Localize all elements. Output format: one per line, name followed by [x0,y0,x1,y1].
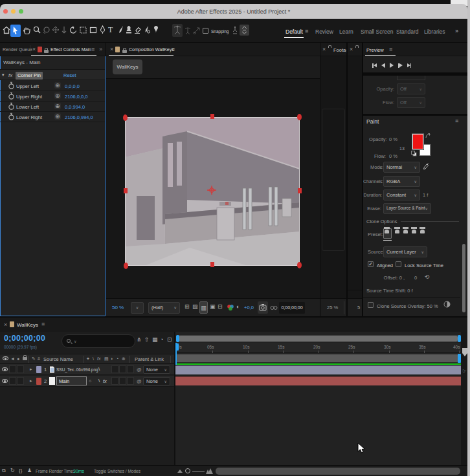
snapshot-camera-icon[interactable] [258,301,268,314]
tab-render-queue[interactable]: Render Queue [3,47,32,52]
workspace-tab-standard[interactable]: Standard [396,28,419,35]
brush-opacity-dropdown[interactable]: Off∨ [397,83,425,94]
list-track-divider[interactable] [174,332,175,466]
clone-offset-value[interactable]: 0 [414,275,417,281]
expand-arrow-icon[interactable]: ▸ [30,367,32,372]
switch-cell[interactable] [119,377,126,385]
convert-vertex-icon[interactable] [184,26,192,36]
collapse-switch-icon[interactable]: ☼ [88,378,92,383]
close-tab-icon[interactable]: × [32,47,36,52]
snap-options-icon[interactable] [231,26,239,36]
param-value[interactable]: 2106,0,0,0 [65,94,87,100]
workspace-tab-default[interactable]: Default [285,28,303,35]
close-tab-icon[interactable]: × [322,47,326,52]
panel-menu-icon[interactable]: ≡ [172,47,175,52]
label-color-chip[interactable] [115,47,120,52]
timeline-horizontal-scrollbar[interactable] [216,468,460,475]
twirl-icon[interactable]: ▾ [2,72,5,78]
tab-effect-controls[interactable]: Effect Controls Main [50,47,91,52]
corner-handle-ur[interactable] [297,114,302,120]
label-color-chip[interactable] [38,47,42,52]
zoom-level[interactable]: 50 % [112,305,124,310]
frame-blend-icon[interactable]: ▦ [152,337,158,343]
play-button[interactable] [390,63,394,68]
paint-duration-dropdown[interactable]: Constant∨ [383,189,420,200]
edge-handle-top[interactable] [210,114,214,119]
layer-row-2[interactable]: ▸ 2 Main ☼ \ fx @ None∨ [0,376,175,387]
mask-visibility-icon[interactable]: ▥ [199,301,208,314]
show-snapshot-icon[interactable] [270,304,278,312]
layer-color-chip[interactable] [36,366,41,373]
zoom-tool[interactable] [33,26,41,36]
paint-mode-dropdown[interactable]: Normal∨ [383,162,420,173]
tab-timeline[interactable]: WallKeys [17,322,38,328]
work-area-bar[interactable] [176,354,458,362]
reset-effect-link[interactable]: Reset [63,72,76,78]
param-value[interactable]: 0,0,0,0 [65,83,80,89]
switch-cell[interactable] [111,377,118,385]
workspace-menu-icon[interactable]: ≡ [305,28,308,34]
aligned-checkbox[interactable]: ✓ [368,261,374,267]
paint-scrollbar[interactable] [462,244,465,312]
layer-bar-2[interactable] [175,376,461,385]
paint-duration-frames[interactable]: 1 f [423,192,428,198]
workspace-tab-small-screen[interactable]: Small Screen [361,28,394,35]
rotation-tool[interactable] [69,26,78,36]
effect-row-corner-pin[interactable]: ▾ fx Corner Pin Reset [0,69,105,80]
type-tool[interactable]: T [108,25,113,35]
param-value[interactable]: 0,0,994,0 [65,104,85,110]
clone-stamp-tool[interactable] [125,26,133,36]
default-colors-icon[interactable] [411,151,417,158]
pen-tool[interactable] [99,25,106,36]
source-name-column[interactable]: Source Name [43,356,73,362]
composition-nav-button[interactable]: WallKeys [113,60,142,74]
eraser-tool[interactable] [133,26,142,36]
roto-brush-tool[interactable] [143,25,151,36]
performance-icon[interactable]: ♟ [27,468,32,473]
overlay-difference-icon[interactable] [443,301,451,309]
switch-cell[interactable] [127,377,134,385]
quality-switch-icon[interactable]: \ [98,366,100,372]
eyedropper-icon[interactable] [423,162,429,171]
paint-erase-dropdown[interactable]: Layer Source & Paint∨ [383,203,431,214]
rectangle-tool[interactable] [89,26,98,36]
shy-icon[interactable]: ⇧ [144,337,150,343]
video-toggle-icon[interactable] [2,367,8,371]
paint-flow-value[interactable]: 0 % [389,153,397,159]
toggle-switches-modes[interactable]: Toggle Switches / Modes [94,469,140,473]
puppet-pin-tool[interactable] [153,25,159,36]
zoom-dropdown[interactable]: ∨ [131,302,144,314]
panel-divider[interactable] [106,43,106,316]
target-icon[interactable]: ⊕ [54,82,61,89]
layer-row-1[interactable]: ▸ 1 SSU_Tex..06x994.png ☼ \ @ None∨ [0,364,175,375]
viewer2-zoom-level[interactable]: 5 [357,305,360,310]
audio-toggle[interactable] [9,377,16,385]
edge-handle-left[interactable] [124,188,128,193]
workspace-tab-libraries[interactable]: Libraries [424,28,445,35]
stopwatch-icon[interactable] [8,81,15,90]
selection-tool[interactable] [10,25,21,37]
tab-overflow-icon[interactable]: » [99,47,102,52]
channel-rgb-icon[interactable] [227,304,234,311]
pan-behind-tool[interactable] [79,26,87,36]
close-tab-icon[interactable]: × [350,47,353,52]
mask-feather-icon[interactable] [193,26,201,36]
target-icon[interactable]: ⊕ [54,113,61,120]
motion-blur-icon[interactable]: ◔ [160,337,163,343]
expand-arrow-icon[interactable]: ▸ [30,378,32,384]
snapping-label[interactable]: Snapping [211,29,229,34]
lock-icon[interactable] [44,50,49,53]
viewport[interactable] [106,78,320,298]
layer-color-chip[interactable] [36,378,41,385]
pixel-aspect-icon[interactable]: ⊟ [218,304,223,310]
grid-guides-icon[interactable]: ⊞ [185,304,190,310]
current-time-display[interactable]: 0;00;00;00 [4,334,45,343]
fx-switch-icon[interactable]: fx [103,378,107,384]
switch-cell[interactable] [119,365,126,373]
hand-tool[interactable] [23,26,31,36]
last-frame-button[interactable] [407,63,412,68]
time-navigator-track[interactable] [176,335,461,342]
collapse-switch-icon[interactable]: ☼ [87,367,91,371]
clone-preset-1[interactable] [383,228,392,239]
layer-name[interactable]: SSU_Tex..06x994.png [56,367,98,372]
